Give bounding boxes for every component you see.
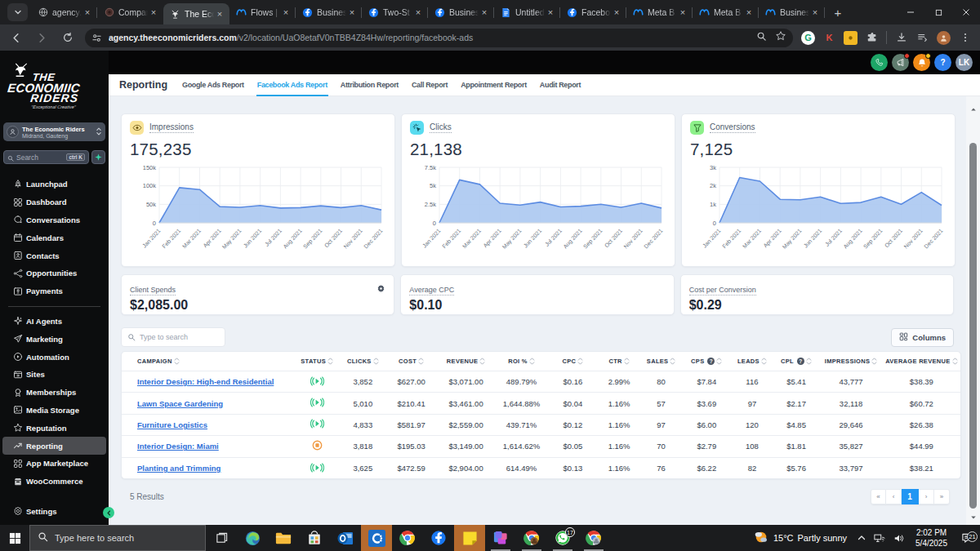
page-button-1[interactable]: 1 <box>902 489 919 504</box>
browser-tab[interactable]: The Eco× <box>163 3 229 24</box>
close-tab-icon[interactable]: × <box>214 8 225 20</box>
browser-tab[interactable]: Busines× <box>759 0 825 24</box>
tray-chevron-up-icon[interactable] <box>853 534 870 542</box>
taskbar-app-edge[interactable] <box>237 525 268 551</box>
taskbar-app-whatsapp[interactable]: 17 <box>547 525 578 551</box>
close-tab-icon[interactable]: × <box>677 7 688 18</box>
sidebar-item-payments[interactable]: Payments <box>2 282 106 300</box>
sidebar-item-dashboard[interactable]: Dashboard <box>2 193 106 211</box>
browser-tab[interactable]: Compan× <box>97 0 163 24</box>
campaign-link[interactable]: Furniture Logistics <box>137 420 207 429</box>
sidebar-item-ai-agents[interactable]: AI Agents <box>2 313 106 331</box>
page-scrollbar[interactable] <box>966 96 980 525</box>
sidebar-search-input[interactable]: Search ctrl K <box>3 150 89 164</box>
campaign-link[interactable]: Interior Design: Miami <box>137 442 219 451</box>
taskbar-app-chrome-profile2[interactable] <box>578 525 609 551</box>
sidebar-item-sites[interactable]: Sites <box>2 366 106 384</box>
campaign-link[interactable]: Lawn Space Gardening <box>137 399 223 408</box>
taskbar-app-msoffice[interactable] <box>485 525 516 551</box>
gear-icon[interactable] <box>376 282 385 296</box>
column-header-campaign[interactable]: CAMPAIGN <box>122 352 294 371</box>
column-header-sales[interactable]: SALES <box>640 352 683 371</box>
sidebar-item-memberships[interactable]: Memberships <box>2 384 106 402</box>
sidebar-item-media-storage[interactable]: Media Storage <box>2 402 106 420</box>
taskbar-app-chrome[interactable] <box>392 525 423 551</box>
minimize-button[interactable] <box>897 0 924 24</box>
close-tab-icon[interactable]: × <box>809 7 821 18</box>
taskbar-app-clickup[interactable] <box>361 525 392 551</box>
last-page-button[interactable]: » <box>934 489 950 504</box>
browser-tab[interactable]: Meta B× <box>626 0 693 24</box>
sidebar-item-conversations[interactable]: Conversations <box>2 211 106 229</box>
browser-tab[interactable]: Busines× <box>296 0 362 24</box>
scrollbar-thumb[interactable] <box>969 143 977 509</box>
reading-list-icon[interactable] <box>915 31 929 45</box>
browser-tab[interactable]: Facebo× <box>560 0 626 24</box>
bell-button[interactable] <box>913 54 930 71</box>
sidebar-item-contacts[interactable]: Contacts <box>2 247 106 264</box>
sidebar-item-automation[interactable]: Automation <box>2 348 106 366</box>
column-header-revenue[interactable]: REVENUE <box>436 352 495 371</box>
taskbar-search-input[interactable]: Type here to search <box>29 525 206 551</box>
first-page-button[interactable]: « <box>871 489 886 504</box>
close-tab-icon[interactable]: × <box>743 7 755 18</box>
column-header-ctr[interactable]: CTR <box>598 352 640 371</box>
forward-button[interactable] <box>31 27 52 48</box>
sidebar-item-calendars[interactable]: Calendars <box>2 229 106 247</box>
address-bar[interactable]: agency.theeconomicriders.com/v2/location… <box>85 29 793 47</box>
avatar-button[interactable]: LK <box>956 54 973 71</box>
back-button[interactable] <box>5 27 26 48</box>
column-header-leads[interactable]: LEADS <box>731 352 773 371</box>
browser-tab[interactable]: Busines× <box>428 0 494 24</box>
bookmark-star-icon[interactable] <box>775 30 786 45</box>
help-button[interactable]: ? <box>934 54 951 71</box>
tab-search-button[interactable] <box>7 3 28 21</box>
maximize-button[interactable] <box>924 0 952 24</box>
close-tab-icon[interactable]: × <box>412 7 424 18</box>
yellow-extension-icon[interactable] <box>844 31 858 45</box>
info-icon[interactable]: ? <box>707 358 715 365</box>
sidebar-item-app-marketplace[interactable]: App Marketplace <box>2 455 106 473</box>
new-tab-button[interactable]: + <box>828 2 848 22</box>
sidebar-item-reporting[interactable]: Reporting <box>2 437 106 455</box>
profile-avatar[interactable] <box>937 31 951 45</box>
tab-google-ads-report[interactable]: Google Ads Report <box>176 74 251 96</box>
tab-attribution-report[interactable]: Attribution Report <box>334 74 405 96</box>
column-header-clicks[interactable]: CLICKS <box>340 352 386 371</box>
k-extension-icon[interactable]: K <box>822 31 836 45</box>
browser-tab[interactable]: Flows |× <box>229 0 296 24</box>
reload-button[interactable] <box>57 27 78 48</box>
taskbar-weather[interactable]: 15°C Partly sunny <box>746 530 853 546</box>
search-icon[interactable] <box>756 30 767 45</box>
downloads-icon[interactable] <box>894 31 908 45</box>
megaphone-button[interactable] <box>892 54 909 71</box>
start-button[interactable] <box>0 525 29 551</box>
tab-audit-report[interactable]: Audit Report <box>533 74 587 96</box>
taskbar-app-explorer[interactable] <box>268 525 299 551</box>
browser-menu-icon[interactable] <box>958 31 972 45</box>
phone-button[interactable] <box>871 54 888 71</box>
scroll-down-arrow[interactable] <box>966 511 980 524</box>
previous-page-button[interactable]: ‹ <box>886 489 902 504</box>
column-header-roi-[interactable]: ROI % <box>496 352 548 371</box>
close-tab-icon[interactable]: × <box>82 7 93 18</box>
taskbar-app-stickynotes[interactable] <box>454 525 485 551</box>
close-tab-icon[interactable]: × <box>611 7 622 18</box>
column-header-cost[interactable]: COST <box>386 352 437 371</box>
taskbar-app-outlook[interactable] <box>330 525 361 551</box>
sidebar-item-woocommerce[interactable]: WooCommerce <box>2 473 106 491</box>
column-header-cpl[interactable]: CPL? <box>773 352 820 371</box>
column-header-cpc[interactable]: CPC <box>548 352 599 371</box>
column-header-average-revenue[interactable]: AVERAGE REVENUE <box>883 352 960 371</box>
close-tab-icon[interactable]: × <box>479 7 490 18</box>
next-page-button[interactable]: › <box>919 489 934 504</box>
campaign-link[interactable]: Interior Design: High-end Residential <box>137 377 274 386</box>
network-icon[interactable] <box>870 533 889 544</box>
close-tab-icon[interactable]: × <box>346 7 358 18</box>
info-icon[interactable]: ? <box>797 358 804 365</box>
columns-button[interactable]: Columns <box>891 328 954 347</box>
browser-tab[interactable]: Untitled× <box>494 0 560 24</box>
table-search-input[interactable]: Type to search <box>121 327 225 347</box>
grammarly-extension-icon[interactable]: G <box>801 31 815 45</box>
campaign-link[interactable]: Planting and Trimming <box>137 464 220 473</box>
